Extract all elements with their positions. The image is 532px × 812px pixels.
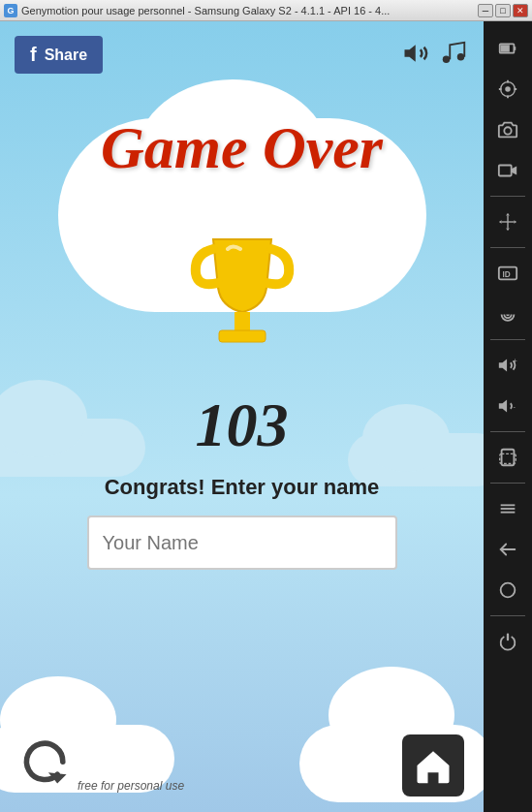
- music-note-icon[interactable]: [439, 39, 468, 72]
- sound-on-icon[interactable]: [402, 39, 431, 72]
- volume-down-icon[interactable]: -: [488, 387, 527, 425]
- home-nav-icon[interactable]: [488, 571, 527, 609]
- window-title: Genymotion pour usage personnel - Samsun…: [21, 5, 478, 16]
- svg-text:+: +: [514, 357, 517, 365]
- android-sidebar: ID + -: [484, 21, 532, 812]
- game-over-title: Game Over: [0, 113, 484, 182]
- app-icon: G: [4, 4, 17, 17]
- svg-marker-21: [405, 45, 416, 62]
- svg-point-23: [457, 53, 465, 61]
- share-label: Share: [45, 47, 87, 64]
- facebook-f-icon: f: [30, 44, 37, 66]
- svg-rect-19: [501, 512, 516, 514]
- back-icon[interactable]: [488, 530, 527, 569]
- free-text-label: free for personal use: [78, 779, 184, 793]
- menu-icon[interactable]: [488, 489, 527, 528]
- svg-rect-17: [501, 504, 516, 506]
- window-controls: ─ □ ✕: [478, 4, 528, 17]
- svg-text:-: -: [514, 402, 516, 411]
- close-button[interactable]: ✕: [513, 4, 528, 17]
- svg-rect-6: [499, 166, 512, 176]
- volume-up-icon[interactable]: +: [488, 346, 527, 385]
- sidebar-divider-3: [490, 339, 525, 340]
- restart-button[interactable]: [19, 736, 74, 791]
- video-icon[interactable]: [488, 151, 527, 190]
- svg-point-5: [504, 127, 511, 134]
- nfc-icon[interactable]: [488, 295, 527, 333]
- cloud-mid-left: [0, 390, 145, 477]
- svg-point-22: [443, 56, 451, 64]
- gps-icon[interactable]: [488, 70, 527, 109]
- svg-rect-2: [501, 45, 510, 51]
- move-icon[interactable]: [488, 203, 527, 241]
- power-icon[interactable]: [488, 622, 527, 661]
- camera-icon[interactable]: [488, 110, 527, 149]
- svg-point-20: [501, 583, 516, 598]
- sidebar-divider-2: [490, 247, 525, 248]
- name-input[interactable]: [87, 515, 397, 570]
- sound-controls: [402, 39, 468, 72]
- id-icon[interactable]: ID: [488, 254, 527, 293]
- svg-rect-15: [502, 450, 515, 466]
- sidebar-divider-1: [490, 196, 525, 197]
- trophy-icon: [184, 230, 300, 359]
- rotate-icon[interactable]: [488, 438, 527, 477]
- sidebar-divider-6: [490, 615, 525, 616]
- svg-text:ID: ID: [503, 270, 511, 279]
- svg-rect-25: [219, 330, 266, 342]
- game-screen: f Share Game Over: [0, 21, 484, 812]
- sidebar-divider-5: [490, 483, 525, 484]
- titlebar: G Genymotion pour usage personnel - Sams…: [0, 0, 532, 21]
- congrats-message: Congrats! Enter your name: [105, 475, 380, 500]
- svg-marker-11: [499, 359, 507, 372]
- score-display: 103: [196, 390, 289, 461]
- maximize-button[interactable]: □: [495, 4, 511, 17]
- facebook-share-button[interactable]: f Share: [15, 36, 103, 74]
- home-button[interactable]: [402, 734, 464, 796]
- battery-icon[interactable]: [488, 29, 527, 68]
- svg-rect-1: [514, 47, 516, 50]
- svg-rect-18: [501, 508, 516, 510]
- sidebar-divider-4: [490, 431, 525, 432]
- svg-marker-13: [499, 400, 507, 413]
- minimize-button[interactable]: ─: [478, 4, 493, 17]
- svg-point-3: [505, 86, 511, 92]
- svg-rect-24: [235, 312, 250, 331]
